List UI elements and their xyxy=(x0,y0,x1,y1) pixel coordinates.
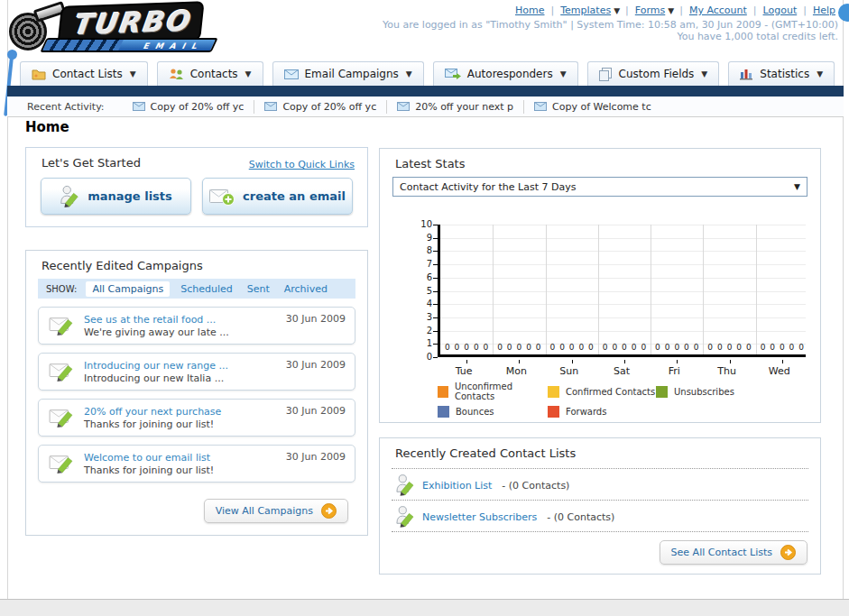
stats-panel-title: Latest Stats xyxy=(395,157,466,170)
data-value: 0 xyxy=(507,343,512,352)
tab-contact-lists[interactable]: Contact Lists▼ xyxy=(20,61,148,86)
x-axis-label: Mon xyxy=(490,365,542,377)
x-tick-mark xyxy=(572,360,573,363)
data-value: 0 xyxy=(559,343,565,352)
manage-lists-button[interactable]: manage lists xyxy=(41,178,191,215)
turbo-email-dashboard: TURBO EMAIL Home|Templates▼|Forms▼|My Ac… xyxy=(0,0,849,616)
campaign-title-link[interactable]: 20% off your next purchase xyxy=(84,406,221,418)
y-tick-label: 1 xyxy=(409,338,432,348)
x-tick-mark xyxy=(519,360,520,363)
top-link-help[interactable]: Help xyxy=(813,5,835,16)
envelope-icon xyxy=(534,102,547,111)
recent-activity-bar: Recent Activity: Copy of 20% off yc Copy… xyxy=(7,97,844,117)
tab-statistics[interactable]: Statistics▼ xyxy=(728,61,835,86)
top-link-templates[interactable]: Templates xyxy=(560,5,611,16)
campaign-title-link[interactable]: See us at the retail food ... xyxy=(84,314,216,326)
top-link-forms[interactable]: Forms xyxy=(635,5,665,16)
filter-all-campaigns[interactable]: All Campaigns xyxy=(86,281,170,297)
campaign-list-item[interactable]: Introducing our new range ... Introducin… xyxy=(38,353,355,391)
data-value: 0 xyxy=(665,343,670,352)
campaign-date: 30 Jun 2009 xyxy=(286,308,346,325)
view-all-campaigns-button[interactable]: View All Campaigns xyxy=(204,499,348,523)
tab-contacts[interactable]: Contacts▼ xyxy=(157,61,263,86)
filter-archived[interactable]: Archived xyxy=(284,283,328,295)
create-email-button[interactable]: create an email xyxy=(202,178,353,215)
contact-list-link[interactable]: Exhibition List xyxy=(422,480,492,492)
tab-label: Custom Fields xyxy=(619,68,695,80)
separator: | xyxy=(753,5,757,16)
data-value: 0 xyxy=(612,343,617,352)
top-link-home[interactable]: Home xyxy=(515,5,544,16)
y-tick-label: 10 xyxy=(409,219,432,229)
y-tick-mark xyxy=(433,225,438,225)
v-gridline xyxy=(546,225,547,354)
recent-activity-item[interactable]: Copy of Welcome tc xyxy=(523,100,661,114)
data-value-row: 00000 xyxy=(493,343,545,352)
campaign-list-item[interactable]: See us at the retail food ... We're givi… xyxy=(38,307,355,345)
h-gridline xyxy=(440,251,806,252)
help-bubble-icon[interactable] xyxy=(838,4,849,22)
data-value: 0 xyxy=(497,343,503,352)
data-value: 0 xyxy=(798,343,804,352)
campaign-title-link[interactable]: Introducing our new range ... xyxy=(84,360,228,372)
envelope-pencil-icon xyxy=(48,453,75,474)
recent-activity-item[interactable]: 20% off your next p xyxy=(386,100,523,114)
caret-down-icon: ▼ xyxy=(817,69,823,78)
x-axis-label: Tue xyxy=(438,365,490,377)
y-tick-label: 0 xyxy=(409,352,432,362)
y-tick-label: 8 xyxy=(409,245,432,255)
data-value: 0 xyxy=(789,343,795,352)
activity-text: 20% off your next p xyxy=(415,101,513,113)
h-gridline xyxy=(440,331,806,332)
envelope-pencil-icon xyxy=(48,407,75,428)
envelope-pencil-icon xyxy=(48,315,75,336)
caret-down-icon: ▼ xyxy=(794,182,800,191)
tab-email-campaigns[interactable]: Email Campaigns▼ xyxy=(272,61,424,86)
recent-activity-item[interactable]: Copy of 20% off yc xyxy=(123,100,254,114)
y-tick-label: 6 xyxy=(409,272,432,282)
legend-label: Unsubscribes xyxy=(674,387,734,397)
campaign-date: 30 Jun 2009 xyxy=(286,354,346,371)
tab-label: Statistics xyxy=(760,68,809,80)
contact-list-link[interactable]: Newsletter Subscribers xyxy=(422,511,537,523)
h-gridline xyxy=(440,304,806,305)
filter-sent[interactable]: Sent xyxy=(247,283,270,295)
data-value: 0 xyxy=(455,343,460,352)
separator: | xyxy=(679,5,683,16)
folder-icon xyxy=(32,68,46,80)
tab-autoresponders[interactable]: Autoresponders▼ xyxy=(433,61,578,86)
y-tick-mark xyxy=(433,317,438,318)
legend-label: Forwards xyxy=(566,407,606,417)
x-tick-mark xyxy=(466,360,467,363)
latest-stats-panel: Latest Stats Contact Activity for the La… xyxy=(379,148,821,423)
legend-entry: Confirmed Contacts xyxy=(548,382,656,401)
separator: | xyxy=(625,5,629,16)
legend-label: Confirmed Contacts xyxy=(566,387,655,397)
campaign-list-item[interactable]: Welcome to our email list Thanks for joi… xyxy=(38,445,355,483)
tab-label: Autoresponders xyxy=(467,68,553,80)
y-tick-label: 9 xyxy=(409,233,432,243)
switch-to-quick-links-link[interactable]: Switch to Quick Links xyxy=(249,159,355,170)
y-tick-label: 3 xyxy=(409,312,432,322)
contact-list-count: - (0 Contacts) xyxy=(547,511,614,523)
stats-period-select[interactable]: Contact Activity for the Last 7 Days ▼ xyxy=(392,177,807,197)
see-all-contact-lists-button[interactable]: See All Contact Lists xyxy=(660,540,807,565)
top-link-my-account[interactable]: My Account xyxy=(689,5,747,16)
top-link-logout[interactable]: Logout xyxy=(763,5,798,16)
people-icon xyxy=(169,68,184,80)
data-value: 0 xyxy=(641,343,646,352)
campaign-title-link[interactable]: Welcome to our email list xyxy=(84,452,210,464)
h-gridline xyxy=(440,317,806,318)
tab-label: Contacts xyxy=(190,68,238,80)
filter-scheduled[interactable]: Scheduled xyxy=(180,283,233,295)
data-value: 0 xyxy=(536,343,541,352)
y-tick-mark xyxy=(433,291,438,292)
recent-activity-item[interactable]: Copy of 20% off yc xyxy=(254,100,386,114)
see-all-contact-lists-label: See All Contact Lists xyxy=(671,547,772,558)
legend-swatch xyxy=(438,386,448,398)
tab-custom-fields[interactable]: Custom Fields▼ xyxy=(587,61,720,86)
campaign-list-item[interactable]: 20% off your next purchase Thanks for jo… xyxy=(38,399,355,437)
logo-bar: EMAIL xyxy=(40,38,217,52)
get-started-panel: Let's Get Started Switch to Quick Links … xyxy=(25,147,368,227)
arrow-right-circle-icon xyxy=(780,545,796,560)
